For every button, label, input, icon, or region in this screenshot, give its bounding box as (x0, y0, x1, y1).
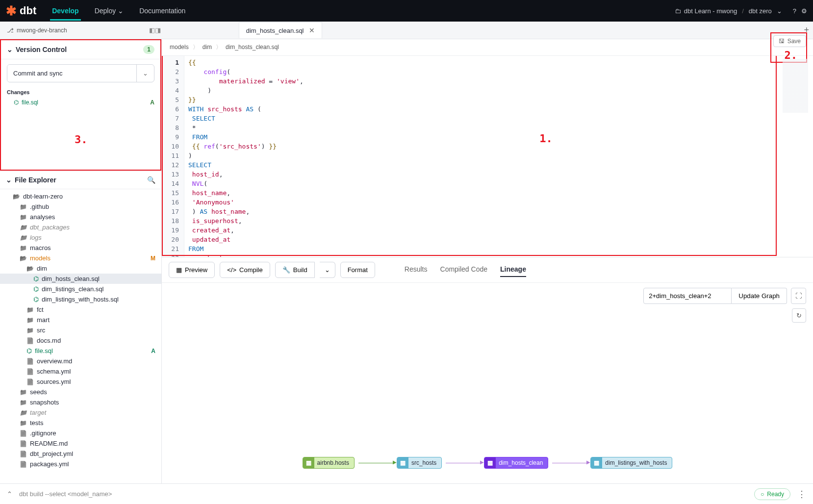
changes-heading: Changes (1, 87, 160, 97)
lineage-node[interactable]: ▦airbnb.hosts (303, 457, 355, 469)
tree-item[interactable]: logs (0, 232, 161, 243)
build-dropdown[interactable]: ⌄ (320, 262, 335, 278)
project-switcher[interactable]: 🗀 dbt Learn - mwong / dbt zero ⌄ ? ⚙ (675, 7, 807, 15)
commit-label[interactable]: Commit and sync (7, 65, 136, 82)
folder-icon (20, 419, 27, 427)
more-icon[interactable]: ⋮ (797, 489, 806, 500)
command-input[interactable] (19, 490, 747, 498)
change-filename: file.sql (22, 99, 38, 106)
folder-icon (20, 409, 27, 416)
change-row[interactable]: ⌬file.sql A (1, 97, 160, 108)
tree-item[interactable]: mart (0, 315, 161, 325)
file-icon (20, 440, 27, 447)
tree-item[interactable]: sources.yml (0, 377, 161, 387)
nav-develop[interactable]: Develop (50, 1, 80, 21)
vc-title: Version Control (16, 46, 67, 53)
lineage-edge (552, 463, 586, 463)
tree-item[interactable]: seeds (0, 387, 161, 397)
tree-item[interactable]: fct (0, 304, 161, 315)
tree-item[interactable]: analyses (0, 212, 161, 222)
lineage-node[interactable]: ▦dim_hosts_clean (484, 457, 548, 469)
gear-icon[interactable]: ⚙ (801, 7, 807, 15)
layout-columns-icon[interactable]: ◧◨ (149, 26, 161, 34)
tree-item[interactable]: README.md (0, 438, 161, 449)
folder-icon (20, 388, 27, 396)
file-icon (26, 357, 34, 365)
tree-item[interactable]: macros (0, 243, 161, 253)
refresh-icon[interactable]: ↻ (792, 308, 806, 323)
tree-item[interactable]: target (0, 407, 161, 418)
minimap[interactable] (783, 59, 808, 113)
main-nav: Develop Deploy ⌄ Documentation (50, 1, 187, 21)
tree-root[interactable]: dbt-learn-zero (0, 191, 161, 202)
tree-item[interactable]: docs.md (0, 335, 161, 346)
lineage-node[interactable]: ▦dim_listings_with_hosts (590, 457, 672, 469)
editor-tab-active[interactable]: dim_hosts_clean.sql ✕ (239, 22, 322, 38)
tree-item[interactable]: dim_hosts_clean.sql (0, 274, 161, 284)
close-icon[interactable]: ✕ (309, 26, 315, 34)
wrench-icon: 🔧 (282, 266, 290, 274)
save-button[interactable]: 🖫 Save (773, 35, 806, 47)
tree-item[interactable]: dbt_project.yml (0, 449, 161, 459)
tree-item[interactable]: overview.md (0, 356, 161, 366)
compile-button[interactable]: </>Compile (220, 262, 270, 278)
lineage-filter-input[interactable] (643, 288, 732, 304)
file-icon (20, 460, 27, 468)
file-icon (20, 429, 27, 437)
lineage-panel[interactable]: Update Graph ⛶ ↻ ▦airbnb.hosts▦src_hosts… (162, 282, 813, 484)
lineage-node[interactable]: ▦src_hosts (397, 457, 442, 469)
tab-compiled[interactable]: Compiled Code (440, 262, 488, 277)
version-control-header[interactable]: ⌄Version Control 1 (1, 40, 160, 59)
code-content[interactable]: {{ config( materialized = 'view', ) }} W… (184, 56, 307, 257)
folder-icon (26, 327, 34, 334)
format-button[interactable]: Format (340, 262, 375, 278)
tree-item[interactable]: .github (0, 202, 161, 212)
tab-results[interactable]: Results (405, 262, 428, 277)
nav-documentation[interactable]: Documentation (137, 1, 187, 21)
chevron-down-icon: ⌄ (7, 46, 13, 53)
tree-item[interactable]: file.sqlA (0, 346, 161, 356)
breadcrumb[interactable]: models〉dim〉dim_hosts_clean.sql (168, 43, 281, 51)
sql-icon (33, 285, 39, 293)
commit-dropdown[interactable]: ⌄ (136, 65, 154, 82)
fullscreen-icon[interactable]: ⛶ (791, 288, 806, 304)
git-branch-indicator[interactable]: ⎇ mwong-dev-branch (0, 27, 74, 34)
tree-item[interactable]: src (0, 325, 161, 335)
chevron-up-icon[interactable]: ⌃ (7, 490, 12, 498)
tree-item[interactable]: dbt_packages (0, 222, 161, 232)
tree-item[interactable]: packages.yml (0, 459, 161, 469)
chevron-down-icon: ⌄ (118, 7, 124, 15)
nav-deploy[interactable]: Deploy ⌄ (93, 1, 126, 21)
branch-bar: ⎇ mwong-dev-branch ◧◨ dim_hosts_clean.sq… (0, 22, 813, 39)
line-gutter: 1234567891011121314151617181920212223242… (162, 56, 184, 257)
tree-item[interactable]: .gitignore (0, 428, 161, 438)
sql-icon (26, 347, 32, 354)
help-icon[interactable]: ? (793, 7, 796, 15)
chevron-down-icon: ⌄ (777, 7, 782, 15)
sql-icon (33, 296, 39, 303)
node-type-icon: ▦ (397, 457, 408, 468)
annotation-3: 3. (75, 133, 88, 146)
tree-item[interactable]: schema.yml (0, 366, 161, 377)
search-icon[interactable]: 🔍 (147, 176, 155, 184)
commit-button[interactable]: Commit and sync ⌄ (7, 64, 154, 82)
dbt-logo-icon: ✱ (6, 3, 17, 19)
build-button[interactable]: 🔧Build (275, 262, 315, 278)
folder-icon (20, 203, 27, 210)
folder-open-icon (20, 254, 27, 262)
folder-icon (20, 213, 27, 221)
tree-item[interactable]: dim (0, 263, 161, 274)
preview-button[interactable]: ▦Preview (169, 262, 215, 278)
change-status: A (150, 99, 154, 106)
brand-text: dbt (20, 4, 36, 17)
update-graph-button[interactable]: Update Graph (732, 288, 787, 304)
editor-tabs: dim_hosts_clean.sql ✕ (239, 22, 322, 38)
tree-item[interactable]: modelsM (0, 253, 161, 263)
tab-lineage[interactable]: Lineage (500, 262, 526, 277)
tree-item[interactable]: dim_listings_clean.sql (0, 284, 161, 294)
tree-item[interactable]: dim_listings_with_hosts.sql (0, 294, 161, 304)
tree-item[interactable]: tests (0, 418, 161, 428)
tree-item[interactable]: snapshots (0, 397, 161, 407)
code-editor[interactable]: 1234567891011121314151617181920212223242… (162, 56, 813, 257)
file-explorer-header[interactable]: ⌄File Explorer 🔍 (0, 171, 161, 189)
